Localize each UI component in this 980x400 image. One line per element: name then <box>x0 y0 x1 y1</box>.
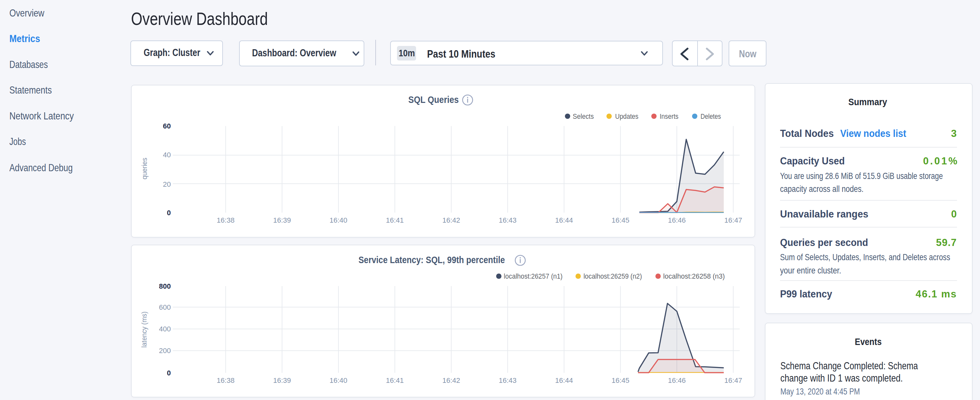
svg-text:16:44: 16:44 <box>555 376 573 384</box>
svg-text:Inserts: Inserts <box>660 112 678 120</box>
svg-text:16:39: 16:39 <box>273 376 291 384</box>
svg-text:16:47: 16:47 <box>724 216 742 224</box>
svg-text:16:38: 16:38 <box>217 376 235 384</box>
svg-text:16:39: 16:39 <box>273 216 291 224</box>
svg-text:Updates: Updates <box>615 112 638 120</box>
svg-text:16:45: 16:45 <box>611 376 629 384</box>
svg-text:16:43: 16:43 <box>499 216 517 224</box>
svg-text:200: 200 <box>159 347 171 355</box>
svg-text:localhost:26257 (n1): localhost:26257 (n1) <box>504 272 563 280</box>
svg-text:localhost:26258 (n3): localhost:26258 (n3) <box>663 272 725 280</box>
svg-text:16:40: 16:40 <box>330 216 347 224</box>
svg-text:600: 600 <box>159 303 171 311</box>
svg-text:16:47: 16:47 <box>724 376 742 384</box>
svg-text:localhost:26259 (n2): localhost:26259 (n2) <box>583 272 642 280</box>
svg-text:400: 400 <box>159 325 171 333</box>
svg-text:16:38: 16:38 <box>217 216 235 224</box>
svg-text:latency (ms): latency (ms) <box>140 311 148 347</box>
svg-text:16:40: 16:40 <box>330 376 347 384</box>
svg-text:16:41: 16:41 <box>386 376 404 384</box>
svg-text:queries: queries <box>140 158 148 179</box>
svg-text:Deletes: Deletes <box>700 112 721 120</box>
svg-text:800: 800 <box>159 282 171 290</box>
svg-text:60: 60 <box>163 122 171 130</box>
svg-text:16:46: 16:46 <box>668 216 686 224</box>
svg-text:16:41: 16:41 <box>386 216 404 224</box>
svg-text:Selects: Selects <box>573 112 594 120</box>
svg-text:16:46: 16:46 <box>668 376 686 384</box>
svg-text:16:44: 16:44 <box>555 216 573 224</box>
svg-text:16:43: 16:43 <box>499 376 517 384</box>
svg-text:16:42: 16:42 <box>442 376 460 384</box>
svg-text:20: 20 <box>163 180 171 188</box>
svg-text:16:42: 16:42 <box>442 216 460 224</box>
svg-text:16:45: 16:45 <box>611 216 629 224</box>
svg-text:0: 0 <box>167 369 171 377</box>
svg-text:40: 40 <box>163 151 171 159</box>
svg-text:0: 0 <box>167 209 171 217</box>
